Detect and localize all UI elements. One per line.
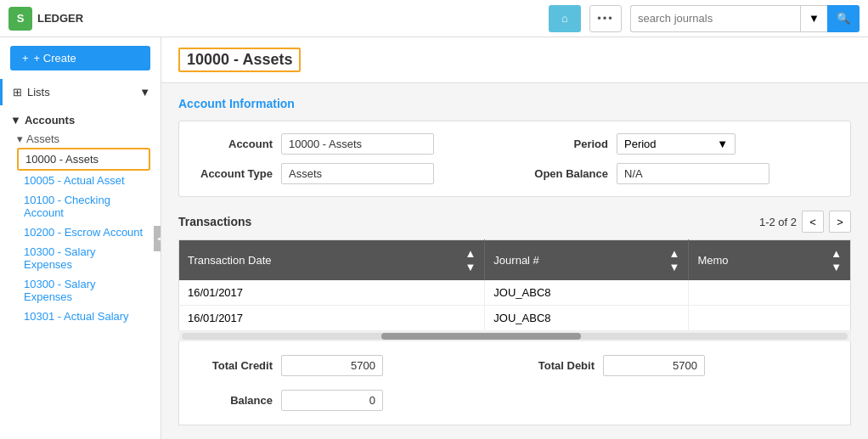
totals-grid: Total Credit 5700 Total Debit 5700 Balan… <box>196 352 833 414</box>
chevron-down-icon: ▼ <box>809 12 820 25</box>
sidebar-item-label: 10100 - Checking Account <box>24 194 110 219</box>
search-dropdown-button[interactable]: ▼ <box>800 5 827 32</box>
search-icon: 🔍 <box>837 12 850 25</box>
total-credit-label: Total Credit <box>196 359 273 372</box>
period-label: Period <box>532 138 608 150</box>
sidebar-item-label: 10301 - Actual Salary <box>24 310 129 323</box>
next-page-button[interactable]: > <box>829 211 851 233</box>
cell-date: 16/01/2017 <box>179 280 485 306</box>
sidebar-item-label: 10300 - Salary Expenses <box>24 245 96 271</box>
period-row: Period Period ▼ <box>532 133 833 155</box>
transactions-table: Transaction Date ▲▼ Journal # ▲▼ <box>178 239 851 331</box>
create-button[interactable]: + + Create <box>10 46 150 70</box>
totals-panel: Total Credit 5700 Total Debit 5700 Balan… <box>178 341 851 425</box>
top-nav: S LEDGER ⌂ ••• ▼ 🔍 <box>0 0 868 37</box>
cell-memo <box>689 280 851 306</box>
table-body: 16/01/2017 JOU_ABC8 16/01/2017 JOU_ABC8 <box>179 280 851 331</box>
table-row[interactable]: 16/01/2017 JOU_ABC8 <box>179 306 851 331</box>
search-button[interactable]: 🔍 <box>827 5 860 32</box>
pagination: 1-2 of 2 < > <box>759 211 851 233</box>
open-balance-row: Open Balance N/A <box>532 163 833 184</box>
total-debit-row: Total Debit 5700 <box>518 352 833 380</box>
total-debit-value: 5700 <box>603 355 705 376</box>
sidebar-item-10300b[interactable]: 10300 - Salary Expenses <box>17 274 150 307</box>
chevron-down-icon: ▼ <box>10 114 21 127</box>
total-credit-value: 5700 <box>281 355 383 376</box>
account-row: Account 10000 - Assets <box>196 133 498 155</box>
col-memo[interactable]: Memo ▲▼ <box>689 240 851 281</box>
scrollbar-track <box>182 333 848 340</box>
sidebar-item-10301[interactable]: 10301 - Actual Salary <box>17 307 150 326</box>
sidebar-item-label: 10000 - Assets <box>25 153 99 166</box>
horizontal-scrollbar[interactable] <box>178 331 851 341</box>
main-header: 10000 - Assets <box>161 37 868 83</box>
open-balance-value: N/A <box>617 163 769 184</box>
chevron-down-small-icon: ▾ <box>17 132 23 145</box>
grid-icon: ⊞ <box>13 86 22 98</box>
balance-row: Balance 0 <box>196 386 511 414</box>
period-chevron-icon: ▼ <box>717 138 728 150</box>
dots-icon: ••• <box>597 12 614 25</box>
sidebar-item-10200[interactable]: 10200 - Escrow Account <box>17 222 150 242</box>
home-button[interactable]: ⌂ <box>549 5 581 32</box>
sidebar-item-10000[interactable]: 10000 - Assets <box>17 148 150 171</box>
sidebar-item-label: 10005 - Actual Asset <box>24 174 125 187</box>
account-type-value: Assets <box>281 163 434 184</box>
prev-icon: < <box>809 216 816 228</box>
prev-page-button[interactable]: < <box>802 211 824 233</box>
col-transaction-date[interactable]: Transaction Date ▲▼ <box>179 240 485 281</box>
assets-subsection: ▾ Assets 10000 - Assets 10005 - Actual A… <box>10 130 150 326</box>
sidebar-item-10005[interactable]: 10005 - Actual Asset <box>17 171 150 190</box>
cell-journal: JOU_ABC8 <box>485 280 689 306</box>
app-layout: + + Create ⊞ Lists ▼ ▼ Accounts ▾ Assets… <box>0 37 868 439</box>
app-title: LEDGER <box>37 12 83 25</box>
search-input[interactable] <box>630 5 800 32</box>
lists-label: Lists <box>27 86 50 98</box>
account-type-label: Account Type <box>196 167 273 180</box>
logo-icon: S <box>8 7 32 31</box>
sort-icons-memo: ▲▼ <box>831 247 842 273</box>
accounts-label: Accounts <box>25 114 75 127</box>
cell-memo <box>689 306 851 331</box>
sort-icons-journal: ▲▼ <box>669 247 680 273</box>
col-journal-number[interactable]: Journal # ▲▼ <box>485 240 689 281</box>
sidebar-lists-item[interactable]: ⊞ Lists ▼ <box>0 79 161 105</box>
account-info-panel: Account 10000 - Assets Period Period ▼ A… <box>178 121 851 197</box>
balance-label: Balance <box>196 394 273 407</box>
period-value: Period <box>624 138 657 150</box>
plus-icon: + <box>22 52 29 65</box>
sidebar-resize-handle[interactable]: ◀ <box>154 226 161 251</box>
account-type-row: Account Type Assets <box>196 163 498 184</box>
account-value: 10000 - Assets <box>281 133 434 155</box>
next-icon: > <box>837 216 843 228</box>
cell-date: 16/01/2017 <box>179 306 485 331</box>
lists-chevron-icon: ▼ <box>139 86 150 98</box>
cell-journal: JOU_ABC8 <box>485 306 689 331</box>
account-label: Account <box>196 138 273 150</box>
sort-icons-date: ▲▼ <box>465 247 476 273</box>
sidebar: + + Create ⊞ Lists ▼ ▼ Accounts ▾ Assets… <box>0 37 161 439</box>
total-debit-label: Total Debit <box>518 359 595 372</box>
main-body: Account Information Account 10000 - Asse… <box>161 83 868 439</box>
open-balance-label: Open Balance <box>532 167 608 180</box>
search-container: ▼ 🔍 <box>630 5 860 32</box>
scrollbar-thumb[interactable] <box>381 333 581 340</box>
period-select[interactable]: Period ▼ <box>617 133 736 155</box>
balance-value: 0 <box>281 390 383 411</box>
sidebar-item-label: 10200 - Escrow Account <box>24 226 143 239</box>
sidebar-item-10100[interactable]: 10100 - Checking Account <box>17 190 150 222</box>
assets-label: Assets <box>26 132 59 145</box>
sidebar-item-10300a[interactable]: 10300 - Salary Expenses <box>17 242 150 274</box>
accounts-header[interactable]: ▼ Accounts <box>10 110 150 130</box>
total-credit-row: Total Credit 5700 <box>196 352 511 380</box>
table-row[interactable]: 16/01/2017 JOU_ABC8 <box>179 280 851 306</box>
logo: S LEDGER <box>8 7 93 31</box>
transactions-title: Transactions <box>178 215 251 228</box>
table-header-row: Transaction Date ▲▼ Journal # ▲▼ <box>179 240 851 281</box>
page-title: 10000 - Assets <box>178 48 301 72</box>
sidebar-item-label: 10300 - Salary Expenses <box>24 278 96 303</box>
more-options-button[interactable]: ••• <box>589 5 622 32</box>
assets-subheader[interactable]: ▾ Assets <box>17 130 150 148</box>
home-icon: ⌂ <box>561 12 568 25</box>
main-content: 10000 - Assets Account Information Accou… <box>161 37 868 439</box>
